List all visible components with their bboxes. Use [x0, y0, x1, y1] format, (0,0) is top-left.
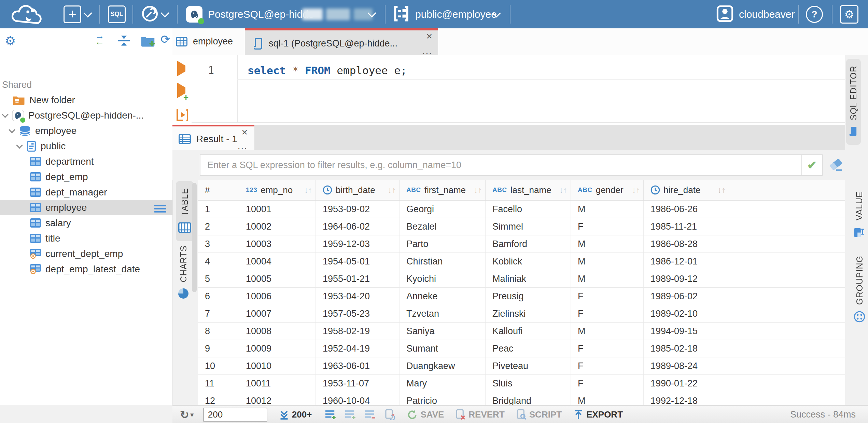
- cell[interactable]: Sluis: [486, 375, 571, 392]
- sidebar-settings-gear-icon[interactable]: ⚙: [5, 34, 16, 48]
- cell[interactable]: Parto: [400, 235, 486, 253]
- tree-item-database[interactable]: employee: [0, 123, 172, 138]
- cell[interactable]: 10001: [239, 201, 316, 218]
- cell[interactable]: Koblick: [486, 253, 571, 270]
- execute-query-icon[interactable]: [177, 66, 185, 72]
- column-header-last-name[interactable]: ABClast_name↓↑: [486, 180, 571, 200]
- save-button[interactable]: SAVE: [407, 409, 444, 420]
- vertical-tab-sql-editor[interactable]: SQL EDITOR: [846, 59, 861, 145]
- execute-script-icon[interactable]: [177, 109, 188, 123]
- cell[interactable]: Saniya: [400, 323, 486, 340]
- cell[interactable]: 11: [198, 375, 239, 392]
- tab-result-1-active[interactable]: Result - 1 × ...: [172, 125, 254, 151]
- result-more-icon[interactable]: ...: [238, 141, 248, 151]
- cell[interactable]: 10006: [239, 288, 316, 305]
- tree-item-table[interactable]: dept_manager: [0, 185, 172, 200]
- cell[interactable]: 10008: [239, 323, 316, 340]
- cell[interactable]: 10002: [239, 218, 316, 235]
- cell[interactable]: 7: [198, 305, 239, 322]
- cell[interactable]: 10005: [239, 270, 316, 287]
- cell[interactable]: Facello: [486, 201, 571, 218]
- cell[interactable]: 1958-02-19: [316, 323, 400, 340]
- sort-icon[interactable]: ↓↑: [559, 186, 567, 195]
- execute-query-new-tab-icon[interactable]: +: [177, 87, 185, 94]
- tree-item-new-folder[interactable]: New folder: [0, 92, 172, 108]
- tree-item-table[interactable]: department: [0, 154, 172, 169]
- tree-item-connection[interactable]: PostgreSQL@ep-hidden-...: [0, 108, 172, 123]
- cell[interactable]: 5: [198, 270, 239, 287]
- tree-item-table[interactable]: salary: [0, 215, 172, 231]
- cell[interactable]: M: [571, 270, 644, 287]
- cell[interactable]: F: [571, 375, 644, 392]
- vertical-tab-grouping[interactable]: GROUPING: [851, 249, 868, 331]
- vertical-tab-charts[interactable]: CHARTS: [176, 238, 191, 305]
- clear-filter-eraser-icon[interactable]: [829, 158, 844, 173]
- cell[interactable]: Duangkaew: [400, 357, 486, 374]
- cell[interactable]: 1953-09-02: [316, 201, 400, 218]
- tree-item-schema[interactable]: public: [0, 138, 172, 154]
- sort-icon[interactable]: ↓↑: [718, 186, 726, 195]
- cell[interactable]: 1989-02-10: [644, 305, 729, 322]
- filter-input[interactable]: [200, 155, 801, 175]
- column-header-hire-date[interactable]: hire_date↓↑: [644, 180, 729, 200]
- sort-icon[interactable]: ↓↑: [304, 186, 312, 195]
- cell[interactable]: 1986-08-28: [644, 235, 729, 253]
- cell[interactable]: 1994-09-15: [644, 323, 729, 340]
- cell[interactable]: Mary: [400, 375, 486, 392]
- sort-icon[interactable]: ↓↑: [474, 186, 482, 195]
- cell[interactable]: 8: [198, 323, 239, 340]
- new-connection-button[interactable]: +: [64, 5, 81, 23]
- cell[interactable]: Chirstian: [400, 253, 486, 270]
- cell[interactable]: Anneke: [400, 288, 486, 305]
- tree-item-table-selected[interactable]: employee: [0, 200, 172, 215]
- cell[interactable]: Kyoichi: [400, 270, 486, 287]
- cell[interactable]: 1964-06-02: [316, 218, 400, 235]
- column-header-gender[interactable]: ABCgender↓↑: [571, 180, 644, 200]
- cell[interactable]: Bamford: [486, 235, 571, 253]
- cell[interactable]: 1959-12-03: [316, 235, 400, 253]
- cell[interactable]: 6: [198, 288, 239, 305]
- column-header-birth-date[interactable]: birth_date↓↑: [316, 180, 400, 200]
- new-connection-chevron-icon[interactable]: [83, 9, 92, 17]
- cell[interactable]: 1989-06-02: [644, 288, 729, 305]
- refresh-result-button[interactable]: ↻▾: [180, 408, 194, 421]
- cell[interactable]: 1954-05-01: [316, 253, 400, 270]
- settings-button[interactable]: ⚙: [840, 5, 858, 24]
- cell[interactable]: 1953-04-20: [316, 288, 400, 305]
- cell[interactable]: 1985-02-18: [644, 340, 729, 357]
- delete-row-button[interactable]: [365, 410, 376, 420]
- close-result-icon[interactable]: ×: [241, 127, 248, 137]
- cell[interactable]: 1953-11-07: [316, 375, 400, 392]
- user-icon[interactable]: [716, 5, 733, 24]
- cell[interactable]: 9: [198, 340, 239, 357]
- sort-icon[interactable]: ↓↑: [632, 186, 640, 195]
- cell[interactable]: 3: [198, 235, 239, 253]
- revert-button[interactable]: REVERT: [456, 409, 504, 420]
- cell[interactable]: 4: [198, 253, 239, 270]
- cell[interactable]: 10003: [239, 235, 316, 253]
- sort-icon[interactable]: ↓↑: [388, 186, 396, 195]
- cell[interactable]: 10010: [239, 357, 316, 374]
- cell[interactable]: F: [571, 305, 644, 322]
- cell[interactable]: 2: [198, 218, 239, 235]
- tree-item-table[interactable]: dept_emp: [0, 169, 172, 185]
- cell[interactable]: 1952-04-19: [316, 340, 400, 357]
- cell[interactable]: 1957-05-23: [316, 305, 400, 322]
- cell[interactable]: 1986-06-26: [644, 201, 729, 218]
- item-menu-icon[interactable]: [154, 203, 166, 214]
- cell[interactable]: M: [571, 235, 644, 253]
- export-button[interactable]: EXPORT: [573, 409, 623, 420]
- chevron-expanded-icon[interactable]: [9, 126, 15, 133]
- cell[interactable]: Maliniak: [486, 270, 571, 287]
- script-button[interactable]: SCRIPT: [516, 409, 562, 420]
- cell[interactable]: Kalloufi: [486, 323, 571, 340]
- connection-selector[interactable]: PostgreSQL@ep-hidde: [208, 9, 314, 20]
- new-folder-icon[interactable]: [141, 35, 155, 48]
- driver-manager-button[interactable]: [141, 5, 158, 24]
- chevron-expanded-icon[interactable]: [2, 111, 9, 118]
- cell[interactable]: 10: [198, 357, 239, 374]
- cell[interactable]: M: [571, 201, 644, 218]
- cell[interactable]: 1989-08-24: [644, 357, 729, 374]
- tab-employee[interactable]: employee: [172, 28, 245, 55]
- cell[interactable]: 1985-11-21: [644, 218, 729, 235]
